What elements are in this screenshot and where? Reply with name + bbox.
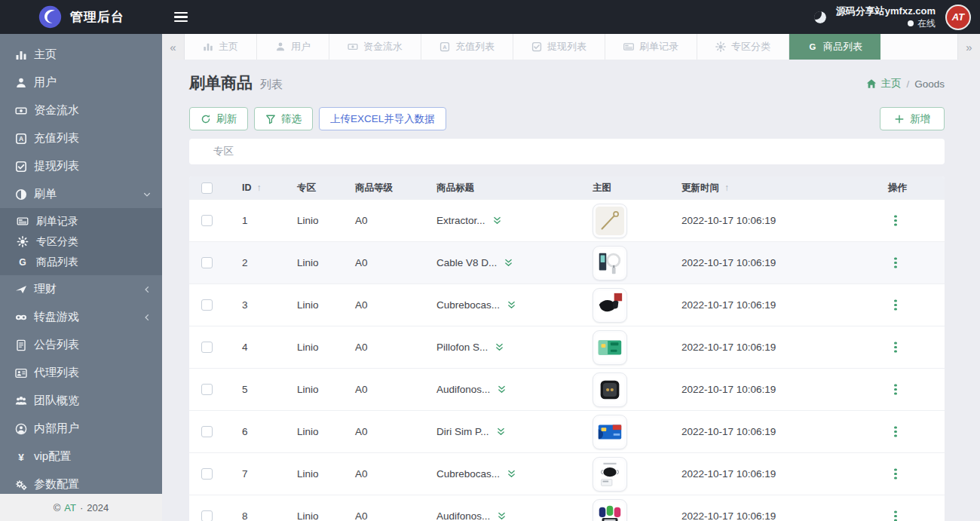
row-checkbox[interactable] [201,468,213,480]
chevrons-down-icon[interactable] [507,300,516,310]
row-grade: A0 [355,426,436,437]
tab[interactable]: 资金流水 [329,34,421,60]
row-actions-menu-icon[interactable] [894,262,897,265]
sidebar-item[interactable]: 代理列表 [0,359,162,387]
site-name: 源码分享站ymfxz.com [836,5,936,18]
product-thumbnail[interactable] [593,415,627,449]
chevrons-down-icon[interactable] [497,511,507,521]
add-button[interactable]: 新增 [880,107,945,130]
row-grade: A0 [355,215,436,226]
table-row[interactable]: 7 Linio A0 Cubrebocas... 2022-10-17 10:0… [189,452,945,495]
row-actions-menu-icon[interactable] [894,431,897,434]
tab[interactable]: 刷单记录 [605,34,697,60]
table-row[interactable]: 1 Linio A0 Extractor... 2022-10-17 10:06… [189,199,945,241]
hamburger-icon[interactable] [174,12,188,22]
avatar[interactable]: AT [945,5,971,30]
sidebar-item-chevron-icon [142,106,152,115]
refresh-button[interactable]: 刷新 [189,107,248,130]
filter-button[interactable]: 筛选 [254,107,313,130]
row-actions-menu-icon[interactable] [894,515,897,518]
sidebar-item-icon [15,395,27,407]
row-checkbox[interactable] [201,510,213,521]
table-row[interactable]: 3 Linio A0 Cubrebocas... 2022-10-17 10:0… [189,283,945,326]
sidebar-item-label: 商品列表 [36,256,142,269]
row-id: 3 [242,299,297,311]
sidebar-item[interactable]: 资金流水 [0,97,162,124]
sidebar-item[interactable]: 专区分类 [0,231,162,252]
chevrons-down-icon[interactable] [504,258,513,268]
row-zone: Linio [297,384,355,395]
row-updated: 2022-10-17 10:06:19 [681,510,876,521]
chevrons-down-icon[interactable] [492,216,502,225]
refresh-label: 刷新 [216,112,237,126]
sort-asc-icon[interactable]: ↑ [257,182,262,193]
tab[interactable]: 主页 [185,34,257,60]
row-actions-menu-icon[interactable] [894,473,897,476]
sidebar-item[interactable]: 用户 [0,69,162,97]
row-checkbox[interactable] [201,299,213,311]
sidebar-item[interactable]: 转盘游戏 [0,303,162,331]
table-row[interactable]: 4 Linio A0 Pillofon S... 2022-10-17 10:0… [189,326,945,368]
sidebar-item[interactable]: 理财 [0,275,162,303]
breadcrumb-home[interactable]: 主页 [866,77,901,90]
tab[interactable]: 提现列表 [513,34,605,60]
sidebar-item-chevron-icon [142,190,152,199]
sidebar-item[interactable]: 内部用户 [0,415,162,443]
row-actions-menu-icon[interactable] [894,219,897,222]
row-actions-menu-icon[interactable] [894,388,897,391]
sidebar-item[interactable]: 主页 [0,41,162,69]
sidebar-item[interactable]: 公告列表 [0,331,162,359]
plus-icon [894,114,905,124]
product-thumbnail[interactable] [593,457,627,492]
footer-brand[interactable]: AT [64,502,76,513]
row-checkbox[interactable] [201,426,213,437]
chevrons-down-icon[interactable] [497,385,507,394]
product-thumbnail[interactable] [593,288,627,323]
breadcrumb-current: Goods [914,78,945,90]
tab[interactable]: 专区分类 [697,34,789,60]
chevrons-down-icon[interactable] [507,469,516,479]
table-row[interactable]: 8 Linio A0 Audifonos... 2022-10-17 10:06… [189,495,945,521]
sidebar-item[interactable]: G 商品列表 [0,252,162,272]
tab[interactable]: G 商品列表 [789,34,880,60]
product-thumbnail[interactable] [593,246,627,280]
sidebar-item[interactable]: 团队概览 [0,387,162,415]
sidebar-item[interactable]: 参数配置 [0,470,162,494]
row-checkbox[interactable] [201,384,213,395]
sidebar-menu: 主页 用户 资金流水 A 充值列表 提现列表 刷单 刷单记录 专区分类 G 商品… [0,34,162,494]
sort-asc-icon[interactable]: ↑ [724,182,729,193]
product-thumbnail[interactable] [593,499,627,521]
tab[interactable]: 用户 [257,34,329,60]
tab-label: 刷单记录 [639,40,678,54]
sidebar-item[interactable]: 刷单记录 [0,211,162,231]
sidebar-item[interactable]: 刷单 [0,180,162,208]
header-id[interactable]: ID↑ [242,182,297,193]
product-thumbnail[interactable] [593,204,627,238]
sidebar-item-chevron-icon [142,480,152,489]
upload-excel-button[interactable]: 上传EXCEL并导入数据 [319,107,446,130]
sidebar-item[interactable]: 提现列表 [0,152,162,180]
tabs-scroll-left-icon[interactable]: « [162,34,185,60]
row-checkbox[interactable] [201,257,213,268]
table-row[interactable]: 6 Linio A0 Diri Sim P... 2022-10-17 10:0… [189,410,945,452]
sidebar-item[interactable]: A 充值列表 [0,124,162,152]
tabs-scroll-right-icon[interactable]: » [957,34,980,60]
sidebar-item[interactable]: ¥ vip配置 [0,443,162,470]
row-checkbox[interactable] [201,215,213,226]
moon-icon[interactable] [814,11,826,23]
chevrons-down-icon[interactable] [496,427,506,437]
row-checkbox[interactable] [201,342,213,353]
chevrons-down-icon[interactable] [495,342,504,352]
row-actions-menu-icon[interactable] [894,304,897,307]
product-thumbnail[interactable] [593,330,627,365]
tab[interactable]: A 充值列表 [421,34,513,60]
header-updated[interactable]: 更新时间↑ [681,182,876,195]
sidebar-item-chevron-icon [142,341,152,350]
table-row[interactable]: 2 Linio A0 Cable V8 D... 2022-10-17 10:0… [189,241,945,283]
select-all-checkbox[interactable] [201,182,213,194]
row-actions-menu-icon[interactable] [894,346,897,349]
table-row[interactable]: 5 Linio A0 Audifonos... 2022-10-17 10:06… [189,368,945,410]
product-thumbnail[interactable] [593,372,627,407]
sidebar-item-chevron-icon [142,238,152,247]
logo-bar: 管理后台 [0,0,162,34]
